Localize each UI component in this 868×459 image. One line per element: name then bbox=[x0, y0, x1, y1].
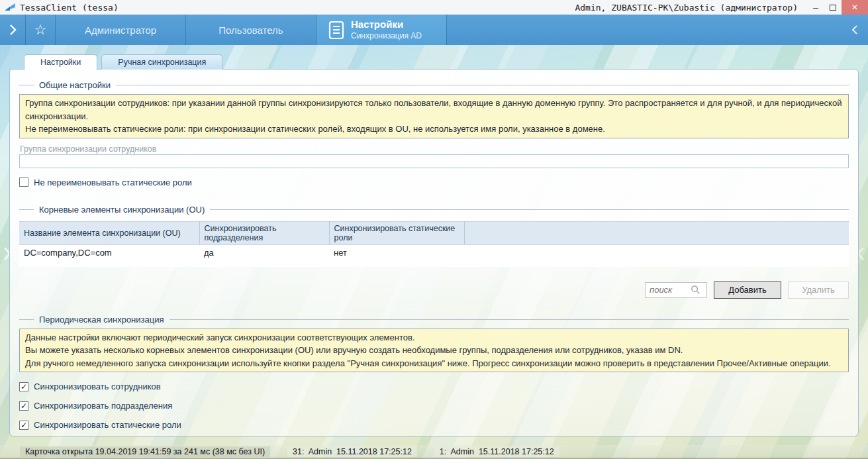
close-icon: ✕ bbox=[851, 3, 858, 12]
active-tab-subtitle: Синхронизация AD bbox=[351, 31, 422, 41]
nav-expand-button[interactable] bbox=[0, 15, 25, 45]
group-title: Общие настройки bbox=[39, 80, 111, 90]
info-line: Вы можете указать несколько корневых эле… bbox=[25, 344, 843, 357]
sync-static-roles-checkbox-row[interactable]: ✓ Синхронизировать статические роли bbox=[19, 420, 849, 430]
info-line: Группа синхронизации сотрудников: при ук… bbox=[25, 97, 843, 123]
star-icon: ☆ bbox=[34, 22, 47, 38]
cell-sync-static-roles: нет bbox=[329, 244, 464, 260]
table-empty-area bbox=[19, 260, 849, 267]
application-window: TessaClient (tessa) Admin, ZUBASTIC-PK\Z… bbox=[0, 0, 868, 459]
group-title: Корневые элементы синхронизации (OU) bbox=[39, 205, 205, 215]
group-header-general: Общие настройки bbox=[19, 80, 849, 90]
table-row[interactable]: DC=company,DC=com да нет bbox=[19, 244, 849, 260]
group-rule bbox=[116, 85, 849, 85]
card-opened-status: Карточка открыта 19.04.2019 19:41:59 за … bbox=[20, 446, 270, 457]
info-line: Не переименовывать статические роли: при… bbox=[25, 123, 843, 136]
window-title: TessaClient (tessa) bbox=[20, 3, 119, 13]
general-info-box: Группа синхронизации сотрудников: при ук… bbox=[19, 94, 849, 138]
add-button[interactable]: Добавить bbox=[714, 281, 781, 299]
tab-manual-sync[interactable]: Ручная синхронизация bbox=[101, 54, 222, 70]
close-button[interactable]: ✕ bbox=[842, 0, 868, 15]
tab-settings[interactable]: Настройки bbox=[24, 54, 97, 70]
maximize-button[interactable] bbox=[824, 0, 842, 15]
tessa-logo-icon bbox=[4, 3, 16, 12]
settings-panel: Общие настройки Группа синхронизации сот… bbox=[9, 69, 859, 436]
document-icon bbox=[328, 21, 344, 40]
active-tab-title: Настройки bbox=[351, 19, 422, 31]
sync-group-input[interactable] bbox=[19, 154, 849, 168]
sync-employees-checkbox-row[interactable]: ✓ Синхронизировать сотрудников bbox=[19, 382, 849, 391]
cell-sync-departments: да bbox=[199, 244, 329, 260]
checkbox-label: Не переименовывать статические роли bbox=[34, 178, 192, 187]
checkbox-label: Синхронизировать статические роли bbox=[34, 420, 181, 430]
table-actions-row: Добавить Удалить bbox=[19, 281, 849, 299]
rename-roles-checkbox-row[interactable]: Не переименовывать статические роли bbox=[19, 178, 849, 187]
minimize-button[interactable]: – bbox=[807, 0, 824, 15]
group-rule bbox=[210, 209, 849, 210]
column-header-ou-name[interactable]: Название элемента синхронизации (OU) bbox=[19, 221, 199, 244]
cell-empty bbox=[464, 244, 849, 260]
cell-ou-name: DC=company,DC=com bbox=[19, 244, 199, 260]
checkbox-checked[interactable]: ✓ bbox=[19, 421, 28, 430]
status-entry: 31: Admin 15.11.2018 17:25:12 bbox=[287, 446, 417, 457]
checkbox-unchecked[interactable] bbox=[19, 178, 28, 187]
main-navbar: ☆ Администратор Пользователь Настройки С… bbox=[0, 15, 868, 45]
title-bar: TessaClient (tessa) Admin, ZUBASTIC-PK\Z… bbox=[0, 0, 868, 15]
group-header-roots: Корневые элементы синхронизации (OU) bbox=[19, 205, 849, 215]
sync-group-field-label: Группа синхронизации сотрудников bbox=[20, 144, 849, 154]
column-header-empty bbox=[464, 221, 849, 244]
column-header-sync-departments[interactable]: Синхронизировать подразделения bbox=[199, 221, 329, 244]
status-bar: Карточка открыта 19.04.2019 19:41:59 за … bbox=[0, 445, 868, 459]
group-rule bbox=[169, 319, 849, 320]
sync-departments-checkbox-row[interactable]: ✓ Синхронизировать подразделения bbox=[19, 401, 849, 411]
chevron-left-icon bbox=[851, 25, 858, 35]
favorites-button[interactable]: ☆ bbox=[26, 15, 55, 45]
delete-button[interactable]: Удалить bbox=[788, 281, 849, 299]
tab-label: Настройки bbox=[40, 58, 81, 67]
info-line: Для ручного немедленного запуска синхрон… bbox=[25, 357, 843, 370]
checkbox-label: Синхронизировать подразделения bbox=[34, 401, 172, 411]
ou-table-header-row: Название элемента синхронизации (OU) Син… bbox=[19, 221, 849, 244]
nav-collapse-right-button[interactable] bbox=[842, 15, 868, 45]
maximize-icon bbox=[830, 5, 836, 11]
nav-tab-administrator[interactable]: Администратор bbox=[56, 15, 185, 45]
info-line: Данные настройки включают периодический … bbox=[25, 331, 843, 344]
nav-separator bbox=[446, 15, 447, 45]
ou-table: Название элемента синхронизации (OU) Син… bbox=[19, 221, 849, 267]
periodic-info-box: Данные настройки включают периодический … bbox=[19, 329, 849, 373]
group-title: Периодическая синхронизация bbox=[39, 315, 164, 325]
nav-tab-settings-active[interactable]: Настройки Синхронизация AD bbox=[316, 15, 446, 45]
search-input[interactable] bbox=[650, 285, 688, 295]
column-header-sync-static-roles[interactable]: Синхронизировать статические роли bbox=[329, 221, 464, 244]
checkbox-checked[interactable]: ✓ bbox=[19, 382, 28, 391]
chevron-right-icon bbox=[9, 24, 17, 36]
card-tabstrip: Настройки Ручная синхронизация bbox=[24, 54, 859, 70]
group-header-periodic: Периодическая синхронизация bbox=[19, 315, 849, 325]
current-user-label: Admin, ZUBASTIC-PK\Zubastic (администрат… bbox=[575, 3, 798, 13]
tab-label: Ручная синхронизация bbox=[118, 58, 206, 67]
checkbox-label: Синхронизировать сотрудников bbox=[34, 382, 161, 391]
minimize-icon: – bbox=[813, 3, 818, 13]
search-icon bbox=[691, 285, 700, 295]
card-content: Настройки Ручная синхронизация Общие нас… bbox=[9, 54, 859, 436]
nav-tab-user[interactable]: Пользователь bbox=[186, 15, 316, 45]
status-entry: 1: Admin 15.11.2018 17:25:12 bbox=[434, 446, 559, 457]
checkbox-checked[interactable]: ✓ bbox=[19, 401, 28, 411]
nav-tab-label: Администратор bbox=[85, 25, 156, 36]
table-search-box[interactable] bbox=[645, 282, 707, 298]
nav-tab-label: Пользователь bbox=[218, 25, 283, 36]
